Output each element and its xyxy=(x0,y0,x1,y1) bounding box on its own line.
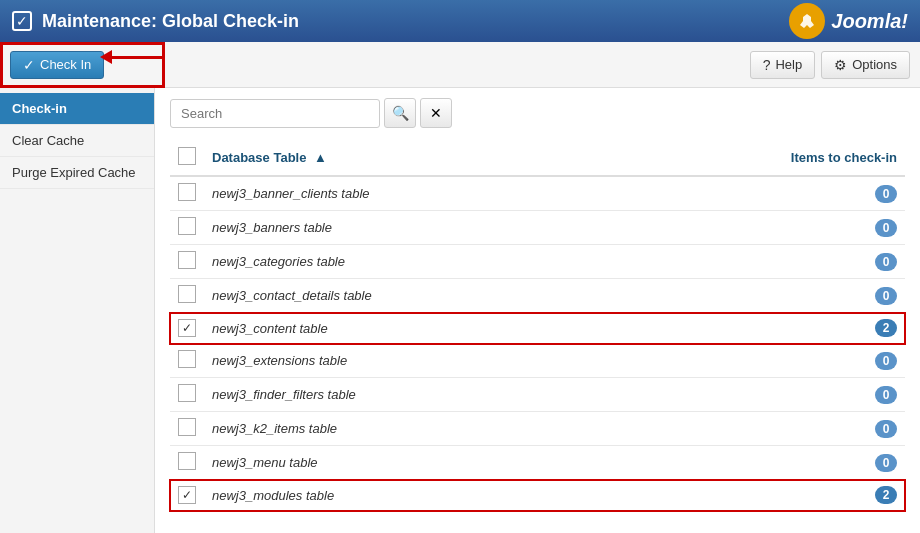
search-bar: 🔍 ✕ xyxy=(170,98,905,128)
row-checkbox-cell xyxy=(170,378,204,412)
table-row: newj3_finder_filters table0 xyxy=(170,378,905,412)
sidebar-check-in-label: Check-in xyxy=(12,101,67,116)
row-item-count: 2 xyxy=(617,480,905,511)
options-button[interactable]: ⚙ Options xyxy=(821,51,910,79)
count-badge: 0 xyxy=(875,253,897,271)
row-item-count: 0 xyxy=(617,245,905,279)
joomla-logo-icon xyxy=(789,3,825,39)
count-badge: 0 xyxy=(875,420,897,438)
db-table-header-label: Database Table xyxy=(212,150,306,165)
count-badge: 0 xyxy=(875,352,897,370)
count-badge: 0 xyxy=(875,386,897,404)
table-name-text: newj3_menu table xyxy=(212,455,318,470)
table-name-text: newj3_modules table xyxy=(212,488,334,503)
row-checkbox[interactable] xyxy=(178,285,196,303)
help-button[interactable]: ? Help xyxy=(750,51,816,79)
count-badge: 0 xyxy=(875,287,897,305)
table-name-text: newj3_content table xyxy=(212,321,328,336)
row-table-name: newj3_modules table xyxy=(204,480,617,511)
row-checkbox-cell xyxy=(170,245,204,279)
content-area: 🔍 ✕ Database Table ▲ Items to chec xyxy=(155,88,920,533)
row-table-name: newj3_categories table xyxy=(204,245,617,279)
row-checkbox-cell xyxy=(170,344,204,378)
check-in-button[interactable]: ✓ Check In xyxy=(10,51,104,79)
check-in-label: Check In xyxy=(40,57,91,72)
row-checkbox[interactable] xyxy=(178,384,196,402)
row-item-count: 0 xyxy=(617,279,905,313)
search-submit-button[interactable]: 🔍 xyxy=(384,98,416,128)
row-item-count: 2 xyxy=(617,313,905,344)
sort-arrow-icon: ▲ xyxy=(314,150,327,165)
search-clear-button[interactable]: ✕ xyxy=(420,98,452,128)
row-table-name: newj3_banner_clients table xyxy=(204,176,617,211)
table-name-text: newj3_banner_clients table xyxy=(212,186,370,201)
search-icon: 🔍 xyxy=(392,105,409,121)
table-row: newj3_menu table0 xyxy=(170,446,905,480)
row-table-name: newj3_contact_details table xyxy=(204,279,617,313)
table-header-row: Database Table ▲ Items to check-in xyxy=(170,140,905,176)
sidebar-item-check-in[interactable]: Check-in xyxy=(0,93,154,125)
toolbar-left: ✓ Check In xyxy=(10,51,104,79)
table-row: newj3_banners table0 xyxy=(170,211,905,245)
count-badge: 2 xyxy=(875,319,897,337)
table-name-text: newj3_banners table xyxy=(212,220,332,235)
page-title: Maintenance: Global Check-in xyxy=(42,11,789,32)
table-name-text: newj3_k2_items table xyxy=(212,421,337,436)
row-checkbox-cell xyxy=(170,279,204,313)
row-checkbox-cell xyxy=(170,176,204,211)
clear-search-icon: ✕ xyxy=(430,105,442,121)
count-badge: 0 xyxy=(875,185,897,203)
header-checkbox-col xyxy=(170,140,204,176)
row-checkbox-cell: ✓ xyxy=(170,480,204,511)
row-checkbox[interactable] xyxy=(178,183,196,201)
sidebar-item-clear-cache[interactable]: Clear Cache xyxy=(0,125,154,157)
table-row: newj3_k2_items table0 xyxy=(170,412,905,446)
row-item-count: 0 xyxy=(617,176,905,211)
main-layout: Check-in Clear Cache Purge Expired Cache… xyxy=(0,88,920,533)
row-table-name: newj3_extensions table xyxy=(204,344,617,378)
row-table-name: newj3_content table xyxy=(204,313,617,344)
table-row: ✓newj3_modules table2 xyxy=(170,480,905,511)
check-in-icon: ✓ xyxy=(23,57,35,73)
joomla-logo: Joomla! xyxy=(789,3,908,39)
row-checkbox[interactable] xyxy=(178,251,196,269)
table-row: ✓newj3_content table2 xyxy=(170,313,905,344)
row-checkbox[interactable] xyxy=(178,217,196,235)
row-checkbox-cell xyxy=(170,446,204,480)
table-name-text: newj3_extensions table xyxy=(212,353,347,368)
sidebar-item-purge-expired[interactable]: Purge Expired Cache xyxy=(0,157,154,189)
help-icon: ? xyxy=(763,57,771,73)
search-input[interactable] xyxy=(170,99,380,128)
title-bar: ✓ Maintenance: Global Check-in Joomla! xyxy=(0,0,920,42)
options-label: Options xyxy=(852,57,897,72)
row-checkbox[interactable] xyxy=(178,350,196,368)
row-checkbox-cell xyxy=(170,412,204,446)
table-name-text: newj3_finder_filters table xyxy=(212,387,356,402)
row-checkbox[interactable] xyxy=(178,452,196,470)
row-checkbox[interactable] xyxy=(178,418,196,436)
sidebar: Check-in Clear Cache Purge Expired Cache xyxy=(0,88,155,533)
joomla-text: Joomla! xyxy=(831,10,908,33)
row-item-count: 0 xyxy=(617,378,905,412)
row-item-count: 0 xyxy=(617,446,905,480)
title-checkbox-icon: ✓ xyxy=(12,11,32,31)
count-badge: 0 xyxy=(875,454,897,472)
header-db-table[interactable]: Database Table ▲ xyxy=(204,140,617,176)
database-table: Database Table ▲ Items to check-in newj3… xyxy=(170,140,905,511)
select-all-checkbox[interactable] xyxy=(178,147,196,165)
table-row: newj3_contact_details table0 xyxy=(170,279,905,313)
row-checkbox-cell: ✓ xyxy=(170,313,204,344)
row-checkbox[interactable]: ✓ xyxy=(178,486,196,504)
count-badge: 0 xyxy=(875,219,897,237)
row-table-name: newj3_menu table xyxy=(204,446,617,480)
row-checkbox[interactable]: ✓ xyxy=(178,319,196,337)
red-arrow-annotation xyxy=(100,50,162,64)
row-checkbox-cell xyxy=(170,211,204,245)
help-label: Help xyxy=(775,57,802,72)
items-checkin-header-label: Items to check-in xyxy=(791,150,897,165)
sidebar-clear-cache-label: Clear Cache xyxy=(12,133,84,148)
table-row: newj3_extensions table0 xyxy=(170,344,905,378)
row-item-count: 0 xyxy=(617,211,905,245)
row-table-name: newj3_finder_filters table xyxy=(204,378,617,412)
table-row: newj3_categories table0 xyxy=(170,245,905,279)
